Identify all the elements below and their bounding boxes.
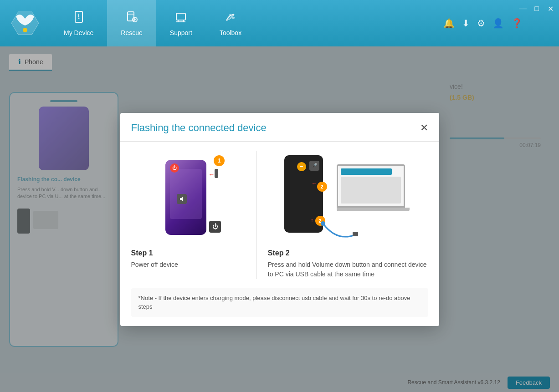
nav-item-toolbox[interactable]: Toolbox — [206, 0, 255, 46]
screen-content — [341, 177, 401, 204]
mic-icon: 🎤 — [309, 161, 319, 171]
modal-dialog: Flashing the connected device ✕ — [120, 113, 439, 326]
volume-btn-icon — [177, 194, 187, 204]
toolbox-label: Toolbox — [220, 29, 241, 36]
header-icons: 🔔 ⬇ ⚙ 👤 ❓ — [443, 18, 559, 29]
main-area: ℹ Phone Flashing the co... device Press … — [0, 46, 559, 392]
modal-note: *Note - If the device enters charging mo… — [131, 288, 428, 317]
support-icon — [174, 10, 187, 26]
step2-label: Step 2 — [268, 249, 428, 257]
step1-label: Step 1 — [131, 249, 246, 257]
nav-item-support[interactable]: Support — [156, 0, 206, 46]
my-device-label: My Device — [64, 29, 93, 36]
step1-desc: Power off device — [131, 260, 246, 270]
modal-close-button[interactable]: ✕ — [420, 123, 428, 133]
laptop-base — [337, 208, 410, 211]
steps-container: ⏻ 1 ← ⏻ Step 1 Power off device — [131, 151, 428, 279]
minus-icon: − — [297, 162, 306, 171]
nav-item-my-device[interactable]: My Device — [50, 0, 107, 46]
modal-title: Flashing the connected device — [131, 122, 267, 134]
arrow-connect-icon: ← — [312, 180, 317, 187]
modal-header: Flashing the connected device ✕ — [120, 113, 439, 142]
settings-icon[interactable]: ⚙ — [477, 18, 485, 29]
step2-illustration: − 🎤 2 2 ← ↑ — [284, 151, 412, 242]
nav-items: My Device Rescue — [50, 0, 255, 46]
toolbox-icon — [224, 10, 237, 26]
svg-rect-9 — [176, 13, 185, 20]
screen-bar — [341, 168, 392, 175]
step-2-panel: − 🎤 2 2 ← ↑ — [257, 151, 428, 279]
support-label: Support — [170, 29, 192, 36]
help-icon[interactable]: ❓ — [511, 18, 523, 29]
power-side-button — [215, 169, 218, 178]
nav-logo — [0, 3, 50, 44]
power-off-icon: ⏻ — [209, 221, 221, 233]
laptop-screen-inner — [338, 166, 404, 206]
user-icon[interactable]: 👤 — [492, 18, 504, 29]
win-controls: — □ ✕ — [518, 4, 555, 14]
rescue-label: Rescue — [121, 29, 142, 36]
download-icon[interactable]: ⬇ — [462, 18, 470, 29]
power-top-icon: ⏻ — [170, 163, 179, 173]
minimize-button[interactable]: — — [518, 4, 528, 14]
svg-point-1 — [23, 28, 27, 32]
maximize-button[interactable]: □ — [532, 4, 542, 14]
nav-item-rescue[interactable]: Rescue — [107, 0, 156, 46]
arrow-down-icon: ← — [208, 171, 215, 178]
my-device-icon — [72, 10, 85, 26]
laptop-body — [337, 164, 412, 219]
svg-point-4 — [78, 17, 79, 19]
step2-desc: Press and hold Volume down button and co… — [268, 260, 428, 279]
rescue-icon — [125, 10, 138, 26]
modal-body: ⏻ 1 ← ⏻ Step 1 Power off device — [120, 142, 439, 326]
step-1-panel: ⏻ 1 ← ⏻ Step 1 Power off device — [131, 151, 257, 279]
step1-illustration: ⏻ 1 ← ⏻ — [152, 151, 225, 242]
svg-rect-12 — [353, 232, 358, 236]
step2-badge-a: 2 — [317, 182, 327, 192]
step1-badge: 1 — [214, 155, 225, 166]
laptop-screen — [337, 164, 405, 208]
svg-point-11 — [321, 221, 325, 226]
logo-icon — [9, 7, 41, 39]
top-nav: My Device Rescue — [0, 0, 559, 46]
usb-cable-icon — [309, 219, 373, 242]
bell-icon[interactable]: 🔔 — [443, 18, 455, 29]
close-button[interactable]: ✕ — [545, 4, 555, 14]
